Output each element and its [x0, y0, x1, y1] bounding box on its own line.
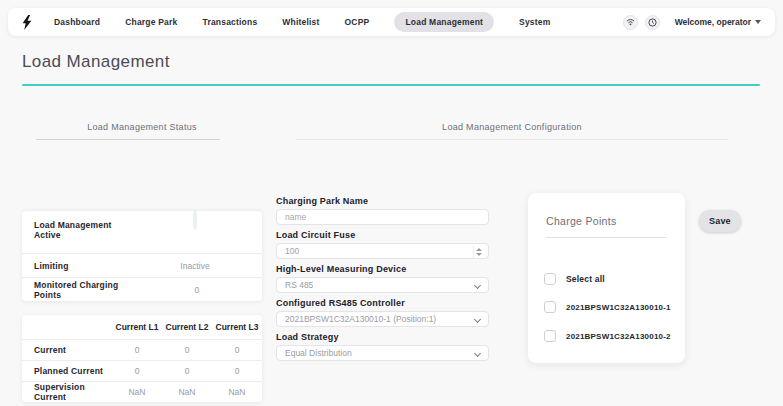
charge-point-row[interactable]: 2021BPSW1C32A130010-1 — [544, 301, 671, 313]
field-label: Configured RS485 Controller — [276, 298, 489, 308]
col-header-current-l1: Current L1 — [112, 322, 162, 332]
load-circuit-fuse-input[interactable] — [285, 246, 480, 256]
cell-value: 0 — [162, 345, 212, 355]
cell-value: 0 — [212, 345, 262, 355]
status-row-label: Monitored Charging Points — [34, 280, 144, 300]
field-charging-park-name: Charging Park Name — [276, 196, 489, 225]
checkbox-label: Select all — [566, 274, 605, 284]
status-row-limiting: Limiting Inactive — [22, 253, 262, 277]
cell-value: 0 — [212, 366, 262, 376]
field-load-strategy: Load Strategy Equal Distribution — [276, 332, 489, 361]
nav-item-whitelist[interactable]: Whitelist — [282, 17, 319, 27]
chevron-down-icon — [474, 282, 481, 289]
field-measuring-device: High-Level Measuring Device RS 485 — [276, 264, 489, 293]
row-label: Current — [22, 345, 112, 355]
save-button[interactable]: Save — [699, 210, 741, 232]
nav-item-load-management[interactable]: Load Management — [394, 12, 494, 32]
config-form: Charging Park Name Load Circuit Fuse Hig… — [276, 196, 489, 366]
field-label: High-Level Measuring Device — [276, 264, 489, 274]
current-table: Current L1 Current L2 Current L3 Current… — [22, 315, 262, 402]
status-row-label: Load Management Active — [34, 211, 140, 240]
selected-value: RS 485 — [285, 280, 313, 290]
selected-value: 2021BPSW1C32A130010-1 (Position:1) — [285, 314, 436, 324]
nav-right: Welcome, operator — [623, 15, 761, 30]
table-row: Planned Current 0 0 0 — [22, 360, 262, 381]
field-label: Load Strategy — [276, 332, 489, 342]
nav-item-ocpp[interactable]: OCPP — [345, 17, 370, 27]
selected-value: Equal Distribution — [285, 348, 352, 358]
stepper-down-icon — [476, 253, 482, 256]
top-navbar: Dashboard Charge Park Transactions White… — [8, 8, 775, 36]
cell-value: 0 — [112, 345, 162, 355]
cell-value: NaN — [162, 387, 212, 397]
select-all-checkbox[interactable] — [544, 273, 556, 285]
charging-park-name-input[interactable] — [285, 212, 480, 222]
field-label: Load Circuit Fuse — [276, 230, 489, 240]
table-header-row: Current L1 Current L2 Current L3 — [22, 315, 262, 339]
measuring-device-select[interactable]: RS 485 — [276, 277, 489, 293]
table-row: Supervision Current NaN NaN NaN — [22, 381, 262, 402]
select-all-row[interactable]: Select all — [544, 273, 605, 285]
chevron-down-icon — [474, 316, 481, 323]
user-menu[interactable]: Welcome, operator — [675, 17, 761, 27]
page-title: Load Management — [22, 52, 170, 72]
col-header-current-l3: Current L3 — [212, 322, 262, 332]
charge-points-title: Charge Points — [546, 215, 616, 227]
nav-item-charge-park[interactable]: Charge Park — [125, 17, 177, 27]
chevron-down-icon — [755, 20, 761, 24]
config-section-title: Load Management Configuration — [296, 122, 728, 132]
status-section-rule — [36, 139, 220, 140]
status-row-active: Load Management Active — [22, 211, 262, 253]
status-row-value: 0 — [144, 285, 250, 295]
title-accent-rule — [22, 84, 760, 86]
row-label: Supervision Current — [22, 382, 112, 402]
charge-point-checkbox-1[interactable] — [544, 301, 556, 313]
config-section-rule — [296, 139, 728, 140]
cell-value: 0 — [162, 366, 212, 376]
stepper-up-icon — [476, 248, 482, 251]
lightning-icon[interactable] — [22, 15, 32, 30]
field-load-circuit-fuse: Load Circuit Fuse — [276, 230, 489, 259]
loading-spinner — [193, 209, 197, 230]
charge-point-checkbox-2[interactable] — [544, 330, 556, 342]
charge-points-rule — [546, 237, 667, 238]
nav-item-dashboard[interactable]: Dashboard — [54, 17, 100, 27]
cell-value: NaN — [112, 387, 162, 397]
status-card: Load Management Active Limiting Inactive… — [22, 210, 262, 301]
cell-value: NaN — [212, 387, 262, 397]
cell-value: 0 — [112, 366, 162, 376]
status-section-title: Load Management Status — [22, 122, 262, 132]
field-rs485-controller: Configured RS485 Controller 2021BPSW1C32… — [276, 298, 489, 327]
row-label: Planned Current — [22, 366, 112, 376]
chevron-down-icon — [474, 350, 481, 357]
wifi-icon[interactable] — [623, 15, 638, 30]
table-row: Current 0 0 0 — [22, 339, 262, 360]
field-label: Charging Park Name — [276, 196, 489, 206]
clock-icon[interactable] — [645, 15, 660, 30]
status-row-label: Limiting — [34, 261, 69, 271]
number-stepper[interactable] — [473, 246, 484, 258]
checkbox-label: 2021BPSW1C32A130010-2 — [566, 332, 671, 341]
status-row-value: Inactive — [140, 261, 250, 271]
load-strategy-select[interactable]: Equal Distribution — [276, 345, 489, 361]
checkbox-label: 2021BPSW1C32A130010-1 — [566, 303, 671, 312]
charge-point-row[interactable]: 2021BPSW1C32A130010-2 — [544, 330, 671, 342]
nav-item-system[interactable]: System — [519, 17, 550, 27]
user-menu-label: Welcome, operator — [675, 17, 751, 27]
col-header-current-l2: Current L2 — [162, 322, 212, 332]
nav-item-transactions[interactable]: Transactions — [202, 17, 257, 27]
status-row-monitored: Monitored Charging Points 0 — [22, 277, 262, 301]
rs485-controller-select[interactable]: 2021BPSW1C32A130010-1 (Position:1) — [276, 311, 489, 327]
nav-items: Dashboard Charge Park Transactions White… — [54, 12, 551, 32]
charge-points-card: Charge Points Select all 2021BPSW1C32A13… — [528, 193, 685, 363]
